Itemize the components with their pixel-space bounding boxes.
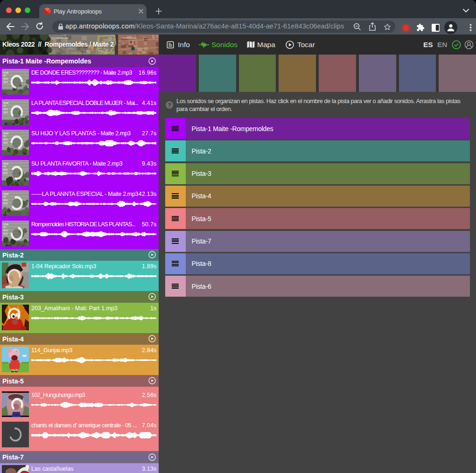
svg-text:ROM: ROM	[3, 223, 8, 226]
svg-text:PE: PE	[3, 135, 6, 138]
svg-text:ROM: ROM	[3, 102, 8, 104]
svg-text:MOL: MOL	[3, 77, 8, 80]
svg-text:PE: PE	[3, 195, 6, 198]
svg-text:DES: DES	[3, 171, 7, 174]
svg-text:ROM: ROM	[3, 193, 8, 195]
svg-text:MOL: MOL	[3, 168, 8, 171]
svg-text:PE: PE	[3, 104, 6, 107]
svg-text:MOL: MOL	[3, 138, 8, 141]
svg-text:MOL: MOL	[3, 199, 8, 202]
svg-text:MOL: MOL	[3, 229, 8, 232]
svg-text:MOL: MOL	[3, 108, 8, 111]
svg-text:ROM: ROM	[3, 132, 8, 135]
svg-text:DES: DES	[3, 202, 7, 204]
svg-text:PE: PE	[3, 74, 6, 77]
svg-text:PE: PE	[3, 226, 6, 229]
svg-text:PE: PE	[3, 165, 6, 168]
svg-text:DES: DES	[3, 141, 7, 144]
svg-text:ROM: ROM	[3, 71, 8, 74]
svg-text:DES: DES	[3, 232, 7, 235]
svg-text:ROM: ROM	[3, 162, 8, 165]
svg-text:DES: DES	[3, 111, 7, 113]
svg-text:DES: DES	[3, 80, 7, 83]
